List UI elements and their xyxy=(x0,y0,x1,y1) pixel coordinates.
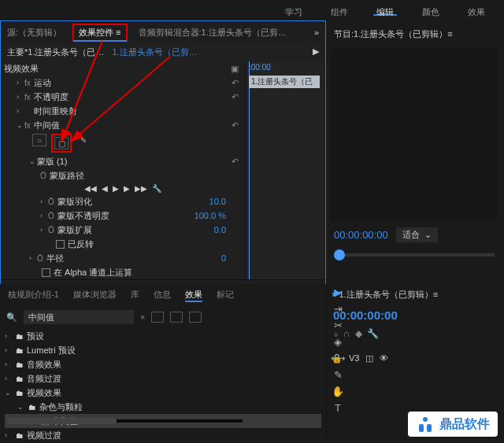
reset-icon[interactable]: ↶ xyxy=(232,120,239,131)
effects-search-input[interactable] xyxy=(24,310,134,324)
sequence-timecode[interactable]: 00:00:00:00 xyxy=(327,305,502,325)
tree-audio-tr[interactable]: 音频过渡 xyxy=(27,373,61,385)
tab-info[interactable]: 信息 xyxy=(154,289,171,302)
radius[interactable]: 半径 xyxy=(46,253,64,264)
wrench-icon[interactable]: 🔧 xyxy=(152,184,161,193)
timeline-toggle-icon[interactable]: ▶ xyxy=(313,46,319,58)
marker-icon[interactable]: ◆ xyxy=(355,328,362,339)
inverted-label: 已反转 xyxy=(68,238,94,250)
folder-icon: 🖿 xyxy=(16,332,24,341)
top-tab-color[interactable]: 颜色 xyxy=(419,5,443,16)
prev-keyframe-icon[interactable]: ◀◀ xyxy=(84,184,97,193)
track-select-tool-icon[interactable]: ⇥ xyxy=(334,303,343,315)
tab-audio-mixer[interactable]: 音频剪辑混合器:1.注册头条号（已剪… xyxy=(139,27,287,39)
hand-tool-icon[interactable]: ✋ xyxy=(332,386,344,397)
tab-effects[interactable]: 效果 xyxy=(185,289,202,302)
mini-timeline[interactable]: :00:00 1.注册头条号（已 xyxy=(245,61,324,279)
effect-controls-panel: 源:（无剪辑） 效果控件 ≡ 音频剪辑混合器:1.注册头条号（已剪… » 主要*… xyxy=(0,20,326,284)
master-clip-label: 主要*1.注册头条号（已… xyxy=(7,46,104,58)
tree-lumetri[interactable]: Lumetri 预设 xyxy=(27,345,76,356)
mask-opacity-value[interactable]: 100.0 % xyxy=(195,211,226,220)
chevron-down-icon: ⌄ xyxy=(424,230,432,240)
tab-effect-controls[interactable]: 效果控件 ≡ xyxy=(72,24,127,42)
tree-video-fx[interactable]: 视频效果 xyxy=(27,387,61,399)
mask-expansion-value[interactable]: 0.0 xyxy=(214,225,226,234)
clip-link[interactable]: 1.注册头条号（已剪… xyxy=(112,46,197,58)
tree-video-tr[interactable]: 视频过渡 xyxy=(27,430,61,441)
program-scrollbar[interactable] xyxy=(334,253,495,257)
folder-icon: 🖿 xyxy=(16,346,24,355)
effect-opacity[interactable]: 不透明度 xyxy=(34,91,69,103)
mask-opacity[interactable]: 蒙版不透明度 xyxy=(57,210,109,222)
effect-median[interactable]: 中间值 xyxy=(34,120,60,131)
top-tab-edit[interactable]: 编辑 xyxy=(373,5,397,16)
settings-icon[interactable]: 🔧 xyxy=(367,328,379,339)
mask-group[interactable]: 蒙版 (1) xyxy=(37,156,68,168)
folder-icon: 🖿 xyxy=(16,360,24,369)
alpha-checkbox[interactable] xyxy=(42,268,50,277)
alpha-label: 在 Alpha 通道上运算 xyxy=(54,267,132,279)
eye-icon[interactable]: 👁 xyxy=(380,353,388,363)
folder-icon: 🖿 xyxy=(16,375,24,383)
selection-tool-icon[interactable]: ▶ xyxy=(334,286,342,298)
next-frame-icon[interactable]: ▶ xyxy=(124,184,130,193)
badge-32[interactable] xyxy=(151,312,164,323)
rectangle-mask-icon[interactable]: ▢ xyxy=(54,137,69,150)
top-tab-components[interactable]: 组件 xyxy=(328,5,351,16)
svg-rect-4 xyxy=(427,424,432,432)
ellipse-mask-icon[interactable]: ○ xyxy=(32,134,46,146)
svg-rect-3 xyxy=(419,424,424,432)
clear-search-icon[interactable]: × xyxy=(140,312,145,322)
pen-mask-icon[interactable]: ✎ xyxy=(76,134,91,146)
tab-source[interactable]: 源:（无剪辑） xyxy=(7,27,61,39)
tab-media-browser[interactable]: 媒体浏览器 xyxy=(73,289,117,302)
tab-libraries[interactable]: 库 xyxy=(131,289,139,302)
tree-audio-fx[interactable]: 音频效果 xyxy=(27,359,61,371)
mask-expansion[interactable]: 蒙版扩展 xyxy=(57,224,92,236)
sequence-title[interactable]: × 1.注册头条号（已剪辑）≡ xyxy=(327,284,502,305)
slip-tool-icon[interactable]: ⟷ xyxy=(331,353,346,364)
time-scale: :00:00 xyxy=(249,63,271,72)
prev-frame-icon[interactable]: ◀ xyxy=(102,184,108,193)
folder-icon: 🖿 xyxy=(28,403,36,412)
mask-feather[interactable]: 蒙版羽化 xyxy=(57,196,92,208)
effect-motion[interactable]: 运动 xyxy=(34,77,51,89)
playhead[interactable] xyxy=(249,61,250,279)
clip-bar[interactable]: 1.注册头条号（已 xyxy=(249,76,320,88)
folder-icon: 🖿 xyxy=(16,389,24,397)
top-tab-learn[interactable]: 学习 xyxy=(282,5,306,16)
badge-gpu[interactable] xyxy=(189,312,202,323)
zoom-dropdown[interactable]: 适合⌄ xyxy=(396,227,438,242)
program-monitor: 节目:1.注册头条号（已剪辑）≡ 00:00:00:00 适合⌄ xyxy=(326,20,502,284)
type-tool-icon[interactable]: T xyxy=(335,402,341,414)
panel-menu-icon[interactable]: » xyxy=(314,28,319,37)
ripple-tool-icon[interactable]: ✂ xyxy=(334,319,343,331)
effect-list: 视频效果▣ ›fx运动↶ ›fx不透明度↶ ›fx时间重映射 ⌄fx中间值↶ ○… xyxy=(1,61,245,279)
reset-icon[interactable]: ↶ xyxy=(232,157,239,167)
watermark-text: 鼎品软件 xyxy=(439,416,490,433)
next-keyframe-icon[interactable]: ▶▶ xyxy=(135,184,147,193)
reset-icon[interactable]: ↶ xyxy=(232,78,239,88)
tree-noise[interactable]: 杂色与颗粒 xyxy=(39,401,83,413)
program-timecode[interactable]: 00:00:00:00 xyxy=(334,229,388,241)
track-v3[interactable]: V3 xyxy=(349,353,359,363)
svg-point-2 xyxy=(423,417,428,422)
reset-icon[interactable]: ↶ xyxy=(232,92,239,102)
tab-project[interactable]: 核规则介绍-1 xyxy=(8,289,59,302)
tab-markers[interactable]: 标记 xyxy=(217,289,234,302)
folder-icon: 🖿 xyxy=(16,431,24,440)
toggle-output-icon[interactable]: ◫ xyxy=(365,353,373,364)
tree-presets[interactable]: 预设 xyxy=(27,330,44,342)
inverted-checkbox[interactable] xyxy=(56,240,65,249)
razor-tool-icon[interactable]: ◈ xyxy=(334,336,342,348)
mask-feather-value[interactable]: 10.0 xyxy=(209,197,226,206)
top-tab-effects[interactable]: 效果 xyxy=(465,5,488,16)
program-viewer[interactable] xyxy=(331,48,498,221)
radius-value[interactable]: 0 xyxy=(221,253,226,263)
badge-yuv[interactable] xyxy=(170,312,183,323)
pen-tool-icon[interactable]: ✎ xyxy=(334,369,343,381)
mask-path[interactable]: 蒙版路径 xyxy=(50,170,84,182)
program-title: 节目:1.注册头条号（已剪辑）≡ xyxy=(331,25,498,43)
play-icon[interactable]: ▶ xyxy=(113,184,119,193)
effect-time-remap[interactable]: 时间重映射 xyxy=(34,105,77,117)
